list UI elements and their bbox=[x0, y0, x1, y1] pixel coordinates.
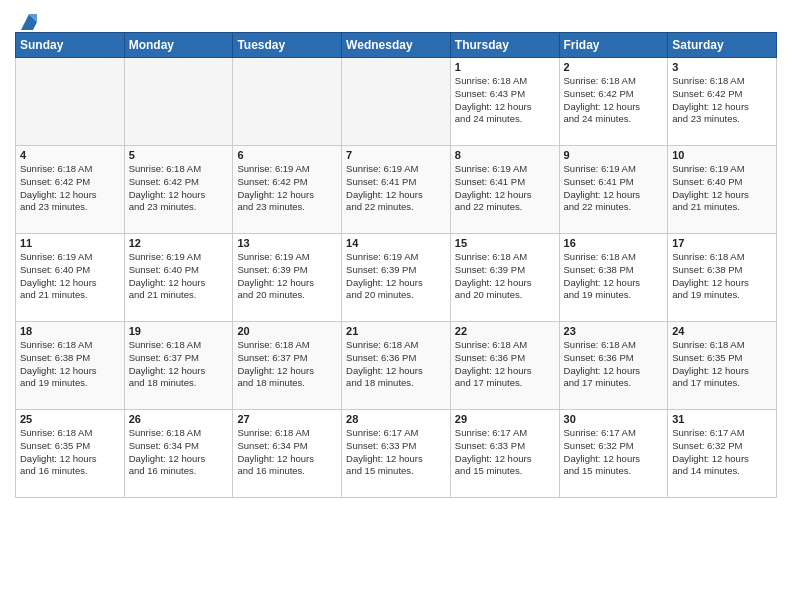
day-info: Sunrise: 6:18 AMSunset: 6:38 PMDaylight:… bbox=[20, 339, 120, 390]
day-cell bbox=[233, 58, 342, 146]
day-number: 23 bbox=[564, 325, 664, 337]
day-info: Sunrise: 6:19 AMSunset: 6:40 PMDaylight:… bbox=[20, 251, 120, 302]
day-cell: 11Sunrise: 6:19 AMSunset: 6:40 PMDayligh… bbox=[16, 234, 125, 322]
day-number: 8 bbox=[455, 149, 555, 161]
day-number: 4 bbox=[20, 149, 120, 161]
day-cell: 23Sunrise: 6:18 AMSunset: 6:36 PMDayligh… bbox=[559, 322, 668, 410]
day-cell: 13Sunrise: 6:19 AMSunset: 6:39 PMDayligh… bbox=[233, 234, 342, 322]
day-cell: 3Sunrise: 6:18 AMSunset: 6:42 PMDaylight… bbox=[668, 58, 777, 146]
day-cell: 20Sunrise: 6:18 AMSunset: 6:37 PMDayligh… bbox=[233, 322, 342, 410]
day-number: 25 bbox=[20, 413, 120, 425]
day-number: 6 bbox=[237, 149, 337, 161]
day-info: Sunrise: 6:18 AMSunset: 6:36 PMDaylight:… bbox=[346, 339, 446, 390]
day-cell: 29Sunrise: 6:17 AMSunset: 6:33 PMDayligh… bbox=[450, 410, 559, 498]
day-info: Sunrise: 6:18 AMSunset: 6:34 PMDaylight:… bbox=[237, 427, 337, 478]
day-cell: 16Sunrise: 6:18 AMSunset: 6:38 PMDayligh… bbox=[559, 234, 668, 322]
day-info: Sunrise: 6:18 AMSunset: 6:42 PMDaylight:… bbox=[129, 163, 229, 214]
day-cell: 28Sunrise: 6:17 AMSunset: 6:33 PMDayligh… bbox=[342, 410, 451, 498]
day-cell: 12Sunrise: 6:19 AMSunset: 6:40 PMDayligh… bbox=[124, 234, 233, 322]
day-cell: 8Sunrise: 6:19 AMSunset: 6:41 PMDaylight… bbox=[450, 146, 559, 234]
day-cell: 1Sunrise: 6:18 AMSunset: 6:43 PMDaylight… bbox=[450, 58, 559, 146]
week-row-2: 4Sunrise: 6:18 AMSunset: 6:42 PMDaylight… bbox=[16, 146, 777, 234]
day-info: Sunrise: 6:19 AMSunset: 6:41 PMDaylight:… bbox=[455, 163, 555, 214]
day-info: Sunrise: 6:18 AMSunset: 6:38 PMDaylight:… bbox=[672, 251, 772, 302]
day-cell: 18Sunrise: 6:18 AMSunset: 6:38 PMDayligh… bbox=[16, 322, 125, 410]
logo bbox=[15, 10, 41, 28]
day-cell: 15Sunrise: 6:18 AMSunset: 6:39 PMDayligh… bbox=[450, 234, 559, 322]
day-info: Sunrise: 6:19 AMSunset: 6:40 PMDaylight:… bbox=[129, 251, 229, 302]
day-info: Sunrise: 6:18 AMSunset: 6:37 PMDaylight:… bbox=[237, 339, 337, 390]
day-number: 22 bbox=[455, 325, 555, 337]
day-info: Sunrise: 6:19 AMSunset: 6:39 PMDaylight:… bbox=[237, 251, 337, 302]
day-info: Sunrise: 6:18 AMSunset: 6:34 PMDaylight:… bbox=[129, 427, 229, 478]
day-number: 31 bbox=[672, 413, 772, 425]
day-number: 18 bbox=[20, 325, 120, 337]
day-info: Sunrise: 6:18 AMSunset: 6:42 PMDaylight:… bbox=[564, 75, 664, 126]
day-number: 24 bbox=[672, 325, 772, 337]
day-number: 7 bbox=[346, 149, 446, 161]
day-cell: 27Sunrise: 6:18 AMSunset: 6:34 PMDayligh… bbox=[233, 410, 342, 498]
header-saturday: Saturday bbox=[668, 33, 777, 58]
day-cell: 14Sunrise: 6:19 AMSunset: 6:39 PMDayligh… bbox=[342, 234, 451, 322]
day-info: Sunrise: 6:17 AMSunset: 6:32 PMDaylight:… bbox=[564, 427, 664, 478]
logo-icon bbox=[17, 10, 41, 34]
day-info: Sunrise: 6:18 AMSunset: 6:36 PMDaylight:… bbox=[564, 339, 664, 390]
day-number: 21 bbox=[346, 325, 446, 337]
day-cell bbox=[124, 58, 233, 146]
header-sunday: Sunday bbox=[16, 33, 125, 58]
day-info: Sunrise: 6:19 AMSunset: 6:40 PMDaylight:… bbox=[672, 163, 772, 214]
day-number: 17 bbox=[672, 237, 772, 249]
day-cell: 31Sunrise: 6:17 AMSunset: 6:32 PMDayligh… bbox=[668, 410, 777, 498]
day-cell: 19Sunrise: 6:18 AMSunset: 6:37 PMDayligh… bbox=[124, 322, 233, 410]
day-number: 20 bbox=[237, 325, 337, 337]
day-cell: 7Sunrise: 6:19 AMSunset: 6:41 PMDaylight… bbox=[342, 146, 451, 234]
day-number: 30 bbox=[564, 413, 664, 425]
day-info: Sunrise: 6:18 AMSunset: 6:42 PMDaylight:… bbox=[672, 75, 772, 126]
day-cell: 9Sunrise: 6:19 AMSunset: 6:41 PMDaylight… bbox=[559, 146, 668, 234]
week-row-4: 18Sunrise: 6:18 AMSunset: 6:38 PMDayligh… bbox=[16, 322, 777, 410]
day-info: Sunrise: 6:17 AMSunset: 6:33 PMDaylight:… bbox=[346, 427, 446, 478]
day-info: Sunrise: 6:18 AMSunset: 6:36 PMDaylight:… bbox=[455, 339, 555, 390]
day-number: 27 bbox=[237, 413, 337, 425]
day-number: 16 bbox=[564, 237, 664, 249]
day-cell bbox=[342, 58, 451, 146]
day-info: Sunrise: 6:19 AMSunset: 6:39 PMDaylight:… bbox=[346, 251, 446, 302]
day-number: 10 bbox=[672, 149, 772, 161]
day-info: Sunrise: 6:18 AMSunset: 6:35 PMDaylight:… bbox=[20, 427, 120, 478]
week-row-1: 1Sunrise: 6:18 AMSunset: 6:43 PMDaylight… bbox=[16, 58, 777, 146]
day-number: 3 bbox=[672, 61, 772, 73]
day-number: 12 bbox=[129, 237, 229, 249]
day-number: 14 bbox=[346, 237, 446, 249]
day-cell: 6Sunrise: 6:19 AMSunset: 6:42 PMDaylight… bbox=[233, 146, 342, 234]
day-cell: 25Sunrise: 6:18 AMSunset: 6:35 PMDayligh… bbox=[16, 410, 125, 498]
day-number: 11 bbox=[20, 237, 120, 249]
day-number: 9 bbox=[564, 149, 664, 161]
day-cell: 2Sunrise: 6:18 AMSunset: 6:42 PMDaylight… bbox=[559, 58, 668, 146]
day-info: Sunrise: 6:18 AMSunset: 6:39 PMDaylight:… bbox=[455, 251, 555, 302]
day-cell: 5Sunrise: 6:18 AMSunset: 6:42 PMDaylight… bbox=[124, 146, 233, 234]
day-number: 5 bbox=[129, 149, 229, 161]
day-info: Sunrise: 6:17 AMSunset: 6:33 PMDaylight:… bbox=[455, 427, 555, 478]
day-cell: 22Sunrise: 6:18 AMSunset: 6:36 PMDayligh… bbox=[450, 322, 559, 410]
days-header-row: SundayMondayTuesdayWednesdayThursdayFrid… bbox=[16, 33, 777, 58]
day-info: Sunrise: 6:19 AMSunset: 6:41 PMDaylight:… bbox=[564, 163, 664, 214]
day-cell: 4Sunrise: 6:18 AMSunset: 6:42 PMDaylight… bbox=[16, 146, 125, 234]
day-cell: 10Sunrise: 6:19 AMSunset: 6:40 PMDayligh… bbox=[668, 146, 777, 234]
day-info: Sunrise: 6:17 AMSunset: 6:32 PMDaylight:… bbox=[672, 427, 772, 478]
day-cell: 26Sunrise: 6:18 AMSunset: 6:34 PMDayligh… bbox=[124, 410, 233, 498]
day-number: 2 bbox=[564, 61, 664, 73]
day-info: Sunrise: 6:18 AMSunset: 6:38 PMDaylight:… bbox=[564, 251, 664, 302]
day-number: 19 bbox=[129, 325, 229, 337]
header-thursday: Thursday bbox=[450, 33, 559, 58]
calendar-table: SundayMondayTuesdayWednesdayThursdayFrid… bbox=[15, 32, 777, 498]
day-cell: 24Sunrise: 6:18 AMSunset: 6:35 PMDayligh… bbox=[668, 322, 777, 410]
day-cell: 17Sunrise: 6:18 AMSunset: 6:38 PMDayligh… bbox=[668, 234, 777, 322]
day-number: 26 bbox=[129, 413, 229, 425]
day-info: Sunrise: 6:18 AMSunset: 6:37 PMDaylight:… bbox=[129, 339, 229, 390]
day-info: Sunrise: 6:18 AMSunset: 6:43 PMDaylight:… bbox=[455, 75, 555, 126]
day-number: 13 bbox=[237, 237, 337, 249]
day-info: Sunrise: 6:19 AMSunset: 6:41 PMDaylight:… bbox=[346, 163, 446, 214]
header-friday: Friday bbox=[559, 33, 668, 58]
day-cell: 21Sunrise: 6:18 AMSunset: 6:36 PMDayligh… bbox=[342, 322, 451, 410]
day-number: 29 bbox=[455, 413, 555, 425]
